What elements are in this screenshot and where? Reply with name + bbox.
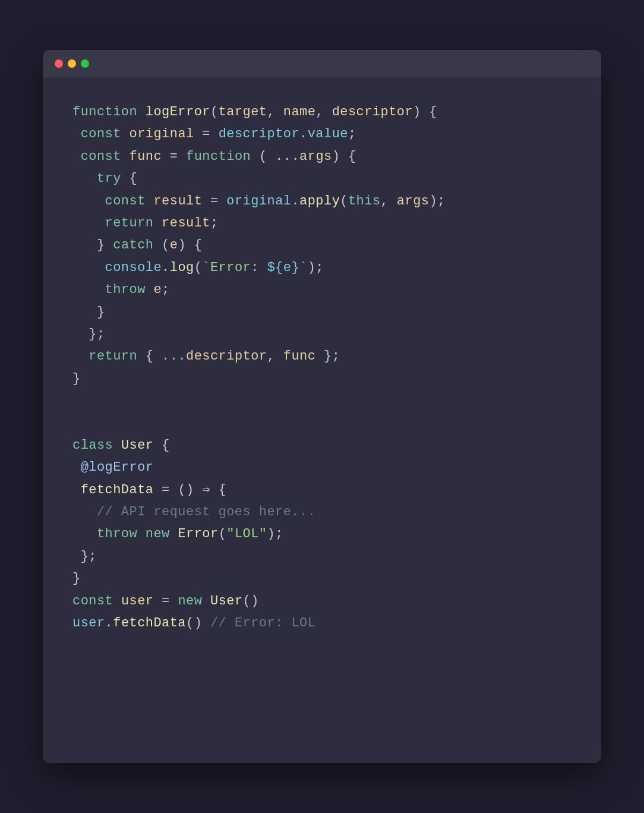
code-line: @logError xyxy=(72,456,572,478)
code-editor: function logError(target, name, descript… xyxy=(43,77,601,670)
code-line: const original = descriptor.value; xyxy=(72,123,572,145)
code-line: user.fetchData() // Error: LOL xyxy=(72,612,572,634)
blank-line xyxy=(72,390,572,412)
code-line: console.log(`Error: ${e}`); xyxy=(72,257,572,279)
blank-line xyxy=(72,412,572,434)
code-line: }; xyxy=(72,546,572,568)
minimize-button[interactable] xyxy=(68,59,76,68)
code-line: } catch (e) { xyxy=(72,234,572,256)
close-button[interactable] xyxy=(55,59,63,68)
code-window: function logError(target, name, descript… xyxy=(43,50,601,763)
code-line: throw e; xyxy=(72,279,572,301)
code-line: const user = new User() xyxy=(72,590,572,612)
code-line: return { ...descriptor, func }; xyxy=(72,345,572,367)
maximize-button[interactable] xyxy=(81,59,89,68)
code-line: class User { xyxy=(72,434,572,456)
code-line: } xyxy=(72,368,572,390)
code-line: return result; xyxy=(72,212,572,234)
code-line: const result = original.apply(this, args… xyxy=(72,190,572,212)
code-line: function logError(target, name, descript… xyxy=(72,101,572,123)
code-line: }; xyxy=(72,323,572,345)
code-line: try { xyxy=(72,168,572,190)
code-line: // API request goes here... xyxy=(72,501,572,523)
code-line: } xyxy=(72,568,572,590)
code-line: } xyxy=(72,301,572,323)
titlebar xyxy=(43,50,601,77)
code-line: throw new Error("LOL"); xyxy=(72,523,572,545)
code-line: const func = function ( ...args) { xyxy=(72,146,572,168)
code-line: fetchData = () ⇒ { xyxy=(72,479,572,501)
